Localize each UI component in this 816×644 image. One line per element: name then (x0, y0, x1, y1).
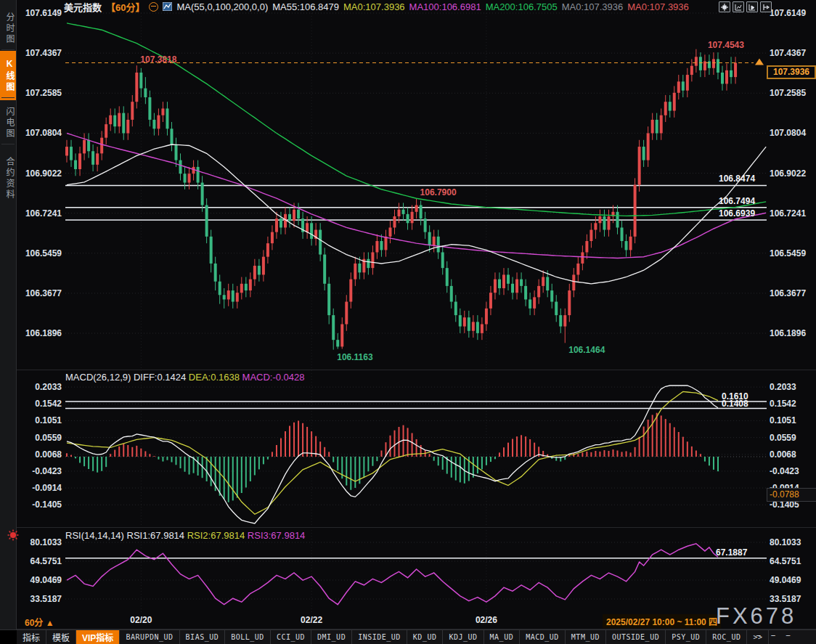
ma55-value: MA55:106.8479 (272, 1, 339, 12)
candle-annotation: 107.3818 (140, 54, 176, 65)
macd-axis-label-right: 0.0559 (770, 433, 796, 443)
current-price-box: 107.3936 (767, 65, 816, 79)
price-axis-label-right: 106.5459 (770, 248, 806, 258)
price-axis-label-right: 106.3677 (770, 288, 806, 298)
toolbar-item-psy_ud[interactable]: PSY_UD (666, 630, 706, 644)
toolbar-item-ma_ud[interactable]: MA_UD (484, 630, 521, 644)
macd-axis-label-left: -0.1405 (17, 500, 62, 510)
toolbar-item-boll_ud[interactable]: BOLL_UD (225, 630, 271, 644)
fx678-watermark: FX678 (716, 603, 796, 629)
macd-axis-label-left: -0.0423 (17, 466, 62, 476)
macd-axis-label-right: 0.0068 (770, 449, 796, 460)
sidebar-divider (1, 144, 15, 144)
rsi-axis-label-left: 49.0469 (17, 575, 62, 585)
sidebar-item-2[interactable]: K线图 (0, 51, 16, 100)
price-axis-label-right: 107.0804 (770, 128, 806, 138)
timeline-date-label: 02/26 (476, 615, 497, 625)
expand-right-icon[interactable] (760, 1, 772, 12)
rsi-axis-label-left: 80.1033 (17, 537, 62, 547)
price-level-label: 106.6939 (719, 208, 755, 219)
toolbar-scroll-dashes: – – – (756, 631, 794, 639)
session-time-label: 2025/02/27 10:00 ~ 11:00 四 (603, 614, 721, 628)
panel-separator (16, 370, 816, 370)
toolbar-corner (0, 630, 17, 644)
timeframe-label[interactable]: 【60分】 (106, 0, 144, 14)
chart-play-icon[interactable] (746, 1, 758, 12)
price-axis-label-right: 107.6149 (770, 8, 806, 18)
indicator-toolbar: 指标模板VIP指标BARUPDN_UDBIAS_UDBOLL_UDCCI_UDD… (0, 629, 816, 644)
ma100-value: MA100:106.6981 (409, 1, 481, 12)
toolbar-item-cci_ud[interactable]: CCI_UD (271, 630, 311, 644)
macd-level-label: 0.1408 (722, 399, 748, 409)
toolbar-item-dmi_ud[interactable]: DMI_UD (311, 630, 352, 644)
macd-axis-label-left: 0.0559 (17, 433, 62, 443)
price-axis-label-left: 106.5459 (17, 248, 62, 258)
toolbar-item-[interactable]: 指标 (17, 630, 46, 644)
ma0-yellow-value: MA0:107.3936 (343, 1, 405, 12)
pan-crosshair-icon[interactable] (719, 1, 730, 12)
rsi-axis-label-right: 49.0469 (770, 575, 801, 585)
rsi-axis-label-left: 33.5187 (17, 594, 62, 604)
price-axis-label-left: 107.2585 (17, 88, 62, 98)
rsi1-value: RSI1:67.9814 (127, 530, 185, 541)
macd-hist-value: MACD:-0.0428 (242, 372, 305, 383)
macd-axis-label-left: 0.0068 (17, 449, 62, 460)
toolbar-item-roc_ud[interactable]: ROC_UD (706, 630, 747, 644)
macd-last-value-box: -0.0788 (767, 488, 816, 502)
toolbar-item-mtm_ud[interactable]: MTM_UD (566, 630, 606, 644)
sidebar-divider (1, 49, 15, 50)
alert-sun-icon[interactable] (7, 529, 20, 542)
chart-header: 美元指数 【60分】 MA(55,0,100,200,0,0) MA55:106… (64, 1, 689, 12)
macd-axis-label-left: 0.2033 (17, 382, 62, 392)
sidebar-divider (1, 97, 15, 98)
rsi-header: RSI(14,14,14) RSI1:67.9814 RSI2:67.9814 … (65, 530, 305, 541)
toolbar-item-macd_ud[interactable]: MACD_UD (520, 630, 566, 644)
macd-name: MACD(26,12,9) (65, 372, 131, 383)
toolbar-item-vip[interactable]: VIP指标 (76, 630, 120, 644)
instrument-title: 美元指数 (64, 0, 102, 14)
timeframe-selector[interactable]: 60分 ▲ (25, 616, 54, 628)
toolbar-item-[interactable]: 模板 (46, 630, 76, 644)
toolbar-item-barupdn_ud[interactable]: BARUPDN_UD (120, 630, 179, 644)
chart-canvas[interactable] (0, 0, 816, 644)
candle-annotation: 106.1163 (337, 352, 372, 362)
candle-annotation: 106.1464 (568, 345, 605, 355)
toolbar-item-kdj_ud[interactable]: KDJ_UD (443, 630, 484, 644)
ma-settings-label: MA(55,0,100,200,0,0) (176, 1, 268, 12)
price-axis-label-right: 107.2585 (770, 88, 806, 98)
rsi-axis-label-left: 64.5751 (17, 556, 62, 566)
macd-axis-label-right: 0.1051 (770, 415, 796, 425)
toolbar-item-bias_ud[interactable]: BIAS_UD (180, 630, 226, 644)
toolbar-item-inside_ud[interactable]: INSIDE_UD (352, 630, 407, 644)
chart-range-left-icon[interactable] (733, 1, 744, 12)
chart-icon (163, 2, 172, 11)
macd-dea-value: DEA:0.1638 (189, 372, 240, 383)
price-axis-label-right: 106.7241 (770, 208, 806, 219)
price-axis-label-left: 106.7241 (17, 208, 62, 219)
rsi2-value: RSI2:67.9814 (187, 530, 245, 541)
price-axis-label-right: 106.9022 (770, 168, 806, 179)
rsi-axis-label-right: 80.1033 (770, 537, 801, 547)
price-axis-label-right: 106.1896 (770, 328, 806, 338)
price-axis-label-left: 107.0804 (17, 128, 62, 138)
collapse-circle-icon[interactable] (149, 2, 158, 12)
price-axis-label-left: 106.3677 (17, 288, 62, 298)
toolbar-item-outside_ud[interactable]: OUTSIDE_UD (606, 630, 666, 644)
ma200-value: MA200:106.7505 (486, 1, 558, 12)
sidebar-item-4[interactable]: 合约资料 (0, 147, 16, 211)
macd-axis-label-right: 0.2033 (770, 382, 796, 392)
ma0-gray-value: MA0:107.3936 (562, 1, 624, 12)
sidebar-item-1[interactable]: 分时图 (0, 4, 16, 52)
rsi-level-label: 67.1887 (716, 547, 747, 558)
sidebar-item-3[interactable]: 闪电图 (0, 99, 16, 147)
candle-annotation: 107.4543 (708, 40, 744, 50)
price-axis-label-left: 106.9022 (17, 168, 62, 179)
toolbar-item-kd_ud[interactable]: KD_UD (407, 630, 444, 644)
trading-app-window: 分时图K线图闪电图合约资料 美元指数 【60分】 MA(55,0,100,200… (0, 0, 816, 644)
macd-axis-label-left: 0.1051 (17, 415, 62, 425)
macd-diff-value: DIFF:0.1424 (134, 372, 186, 383)
rsi-axis-label-right: 64.5751 (770, 556, 801, 566)
rsi3-value: RSI3:67.9814 (248, 530, 306, 541)
timeline-date-label: 02/20 (130, 615, 152, 625)
chart-tool-buttons (719, 1, 772, 12)
